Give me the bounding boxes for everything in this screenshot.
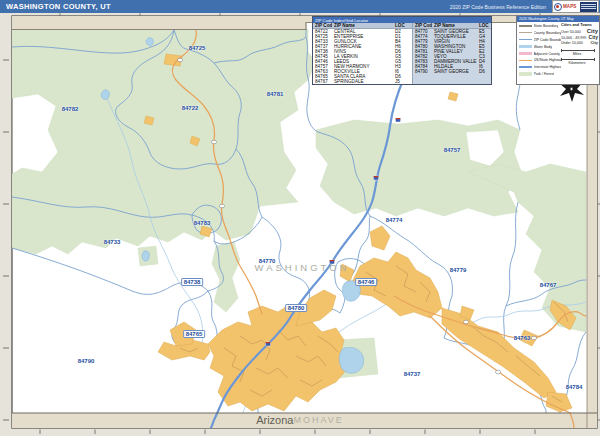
legend-row: Water Body [519, 43, 561, 50]
zip-label-84783: 84783 [194, 220, 211, 226]
zip-label-84757: 84757 [444, 147, 461, 153]
line-grey-swatch [519, 32, 532, 33]
legend-city-row: Under 10,000City [561, 40, 598, 46]
legend-row: State Boundary [519, 23, 561, 30]
map-title: WASHINGTON COUNTY, UT [6, 2, 111, 11]
logo-wordmark: MAPS [563, 4, 576, 9]
zip-label-84767: 84767 [540, 282, 557, 288]
fill-green-swatch [519, 72, 532, 76]
line-dkblue-swatch [519, 66, 532, 68]
zip-label-84737: 84737 [404, 371, 421, 377]
zip-index-table: ZIP Code Index/Grid Locator ZIP CodeZIP … [312, 16, 492, 85]
zip-label-84738: 84738 [181, 278, 203, 286]
zip-label-84781: 84781 [267, 91, 284, 97]
legend-row: Park / Forest [519, 71, 561, 78]
index-left-rows: 84722CENTRALD284725ENTERPRISED184733GUNL… [313, 29, 412, 84]
logo-publisher-box [580, 2, 597, 12]
legend-scales: MilesKilometers [561, 49, 598, 66]
zip-label-84746: 84746 [355, 278, 377, 286]
zip-label-84733: 84733 [104, 239, 121, 245]
edition-label: 2020 ZIP Code Business Reference Edition [450, 4, 546, 10]
legend-cities-header: Cities and Towns [561, 23, 598, 27]
fill-pink-swatch [519, 52, 532, 56]
map-legend: 2020 Washington County, UT Map State Bou… [516, 15, 600, 85]
zip-label-84722: 84722 [182, 105, 199, 111]
line-thick-grey-swatch [519, 25, 532, 27]
legend-cities: Over 50,000City10,000 - 49,999CityUnder … [561, 28, 598, 47]
state-label: Arizona [256, 414, 293, 426]
zip-label-84779: 84779 [450, 267, 467, 273]
zip-index-right-group: ZIP CodeZIP NameLOC 84770SAINT GEORGEE58… [412, 23, 491, 84]
marketmaps-logo: MAPS [552, 0, 599, 13]
legend-features: State BoundaryCounty BoundaryZIP Code Bo… [519, 23, 561, 78]
zip-label-84725: 84725 [189, 45, 206, 51]
map-sheet: WASHINGTON COUNTY, UT 2020 ZIP Code Busi… [0, 0, 600, 436]
legend-row: ZIP Code Boundary [519, 36, 561, 43]
zip-index-left-group: ZIP CodeZIP NameLOC 84722CENTRALD284725E… [313, 23, 412, 84]
fill-cyan-swatch [519, 45, 532, 49]
zip-label-84790: 84790 [78, 358, 95, 364]
scale-bar: Miles [561, 49, 598, 56]
table-row: 84767SPRINGDALEJ5 [313, 79, 412, 84]
table-row: 84790SAINT GEORGED6 [413, 69, 491, 74]
logo-globe-icon [554, 3, 562, 11]
adjacent-county-label: MOHAVE [293, 415, 343, 425]
title-bar: WASHINGTON COUNTY, UT 2020 ZIP Code Busi… [0, 0, 600, 13]
line-orange-swatch [519, 60, 532, 62]
zip-label-84780: 84780 [285, 304, 307, 312]
legend-row: Adjacent County [519, 50, 561, 57]
zip-label-84774: 84774 [386, 217, 403, 223]
state-band: Arizona MOHAVE [0, 413, 600, 427]
legend-row: Interstate Highway [519, 64, 561, 71]
legend-row: County Boundary [519, 29, 561, 36]
zip-label-84770: 84770 [259, 258, 276, 264]
map-canvas [0, 0, 600, 436]
legend-row: US/State Highway [519, 57, 561, 64]
zip-label-84784: 84784 [566, 384, 583, 390]
zip-label-84763: 84763 [514, 335, 531, 341]
line-blue-swatch [519, 39, 532, 40]
zip-label-84782: 84782 [62, 106, 79, 112]
scale-bar: Kilometers [561, 58, 598, 65]
zip-label-84765: 84765 [183, 330, 205, 338]
index-right-rows: 84770SAINT GEORGEE584774TOQUERVILLEG4847… [413, 29, 491, 74]
